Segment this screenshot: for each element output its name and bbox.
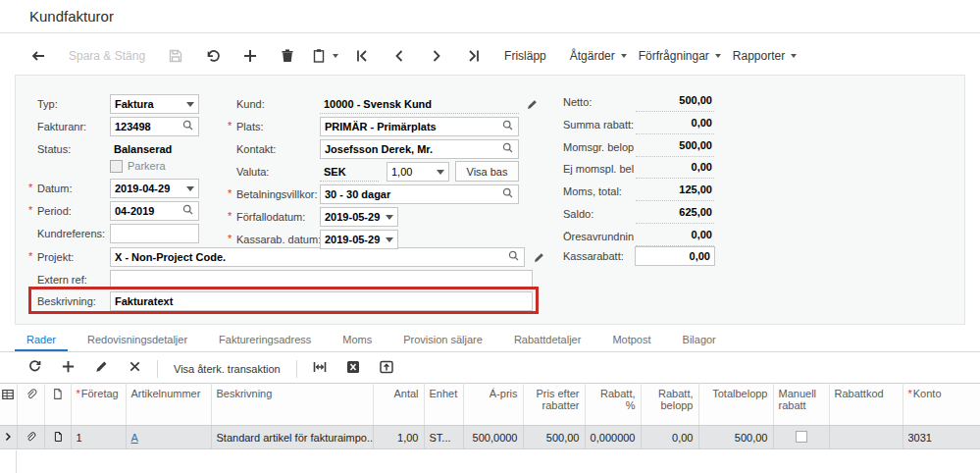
beskrivning-input[interactable] — [110, 291, 533, 311]
tab-rabattdetaljer[interactable]: Rabattdetaljer — [502, 331, 593, 352]
projekt-edit-pencil-icon[interactable] — [533, 250, 545, 268]
first-record-button[interactable] — [343, 41, 381, 71]
clipboard-menu-button[interactable] — [306, 41, 343, 71]
kassarab-datum-picker[interactable]: 2019-05-29 — [320, 230, 398, 249]
cell-rabatt-pct[interactable]: 0,000000 — [585, 426, 641, 449]
cell-manuell-rabatt[interactable] — [773, 426, 829, 449]
delete-row-button[interactable] — [118, 356, 151, 382]
search-icon[interactable] — [181, 202, 194, 220]
column-header-pris-efter-rabatter[interactable]: Pris efter rabatter — [523, 384, 585, 426]
column-header-label: Á-pris — [490, 388, 518, 399]
visa-aterk-transaktion-button[interactable]: Visa återk. transaktion — [164, 356, 290, 382]
cell-enhet[interactable]: ST... — [424, 426, 463, 449]
row-note-cell[interactable] — [44, 426, 71, 449]
column-header-manuell-rabatt[interactable]: Manuell rabatt — [773, 384, 829, 426]
column-header-rabatt-belopp[interactable]: Rabatt, belopp — [641, 384, 698, 426]
cell-rabatt-belopp[interactable]: 0,00 — [641, 426, 698, 449]
cell-rabattkod[interactable] — [829, 426, 903, 449]
chevron-down-icon — [386, 215, 393, 220]
valuta-rate-select[interactable]: 1,00 — [387, 162, 449, 182]
cell-foretag[interactable]: 1 — [71, 426, 126, 449]
notes-column-header[interactable] — [44, 384, 71, 426]
column-header-konto[interactable]: *Konto — [903, 384, 980, 426]
period-input[interactable]: 04-2019 — [110, 201, 199, 221]
visa-bas-button[interactable]: Visa bas — [455, 161, 519, 182]
artikelnummer-link[interactable]: A — [131, 432, 138, 444]
upload-button[interactable] — [370, 356, 403, 382]
last-record-button[interactable] — [455, 41, 492, 71]
field-fakturanr: Fakturanr: — [37, 117, 86, 136]
field-plats: * Plats: — [236, 117, 264, 136]
plats-input[interactable]: PRIMÄR - Primärplats — [320, 117, 519, 136]
column-header-rabattkod[interactable]: Rabattkod — [829, 384, 903, 426]
fit-width-button[interactable] — [303, 356, 336, 382]
column-header-beskrivning[interactable]: Beskrivning — [211, 384, 373, 426]
extern-ref-input[interactable] — [110, 270, 533, 289]
grid-settings-header[interactable] — [0, 384, 17, 426]
tab-provision-saljare[interactable]: Provision säljare — [391, 331, 494, 352]
manuell-rabatt-checkbox[interactable] — [796, 431, 807, 443]
datum-picker[interactable]: 2019-04-29 — [110, 179, 199, 198]
tab-moms[interactable]: Moms — [331, 331, 384, 352]
cell-antal[interactable]: 1,00 — [373, 426, 424, 449]
search-icon[interactable] — [181, 118, 194, 135]
kundreferens-input[interactable] — [110, 224, 199, 243]
cell-pris-efter-rabatter[interactable]: 500,00 — [523, 426, 585, 449]
tab-rader[interactable]: Rader — [15, 331, 68, 352]
back-button[interactable] — [20, 41, 57, 71]
column-header-antal[interactable]: Antal — [373, 384, 424, 426]
cell-a-pris[interactable]: 500,0000 — [463, 426, 523, 449]
inquiries-menu[interactable]: Förfrågningar — [627, 41, 721, 71]
plus-icon — [242, 48, 258, 64]
column-header-enhet[interactable]: Enhet — [424, 384, 463, 426]
cell-artikelnummer[interactable]: A — [126, 426, 211, 449]
kontakt-input[interactable]: Josefsson Derek, Mr. — [320, 139, 519, 159]
add-row-button[interactable] — [51, 356, 84, 382]
refresh-button[interactable] — [18, 356, 51, 382]
forfallodatum-value: 2019-05-29 — [325, 211, 382, 223]
column-header-artikelnummer[interactable]: Artikelnummer — [126, 384, 211, 426]
forfallodatum-picker[interactable]: 2019-05-29 — [320, 207, 398, 227]
search-icon[interactable] — [501, 140, 514, 158]
undo-button[interactable] — [194, 41, 232, 71]
column-header-a-pris[interactable]: Á-pris — [463, 384, 523, 426]
typ-select[interactable]: Faktura — [110, 94, 199, 114]
projekt-input[interactable]: X - Non-Project Code. — [110, 247, 525, 267]
betalningsvillkor-input[interactable]: 30 - 30 dagar — [320, 184, 519, 204]
search-icon[interactable] — [507, 248, 520, 266]
cell-beskrivning[interactable]: Standard artikel för fakturaimpo... — [211, 426, 373, 449]
cell-konto[interactable]: 3031 — [903, 426, 980, 449]
delete-button[interactable] — [269, 41, 306, 71]
parkera-checkbox[interactable] — [110, 160, 123, 173]
column-header-label: Antal — [393, 388, 418, 399]
column-header-foretag[interactable]: *Företag — [71, 384, 126, 426]
cell-totalbelopp[interactable]: 500,00 — [698, 426, 773, 449]
column-header-totalbelopp[interactable]: Totalbelopp — [698, 384, 773, 426]
save-close-button[interactable]: Spara & Stäng — [57, 41, 157, 71]
tab-motpost[interactable]: Motpost — [600, 331, 662, 352]
tab-redovisningsdetaljer[interactable]: Redovisningsdetaljer — [76, 331, 199, 352]
grid-data-row[interactable]: 1 A Standard artikel för fakturaimpo... … — [0, 426, 980, 449]
search-icon[interactable] — [501, 185, 514, 203]
row-attachment-cell[interactable] — [17, 426, 44, 449]
edit-row-button[interactable] — [84, 356, 118, 382]
export-excel-button[interactable] — [336, 356, 370, 382]
column-header-rabatt-pct[interactable]: Rabatt, % — [585, 384, 641, 426]
search-icon[interactable] — [501, 118, 514, 135]
kassarabatt-input[interactable] — [635, 246, 715, 266]
attachments-column-header[interactable] — [17, 384, 44, 426]
next-record-button[interactable] — [418, 41, 455, 71]
kund-edit-pencil-icon[interactable] — [526, 97, 539, 115]
row-selector-cell[interactable] — [0, 426, 17, 449]
fakturanr-input[interactable]: 123498 — [110, 117, 199, 136]
save-button[interactable] — [157, 41, 194, 71]
previous-record-button[interactable] — [381, 41, 418, 71]
tab-bilagor[interactable]: Bilagor — [671, 331, 728, 352]
saldo-value: 625,00 — [636, 206, 714, 224]
release-button[interactable]: Frisläpp — [492, 41, 558, 71]
kund-readonly[interactable]: 10000 - Svensk Kund — [320, 94, 519, 114]
add-button[interactable] — [232, 41, 269, 71]
actions-menu[interactable]: Åtgärder — [558, 41, 627, 71]
reports-menu[interactable]: Rapporter — [721, 41, 797, 71]
tab-faktureringsadress[interactable]: Faktureringsadress — [207, 331, 323, 352]
